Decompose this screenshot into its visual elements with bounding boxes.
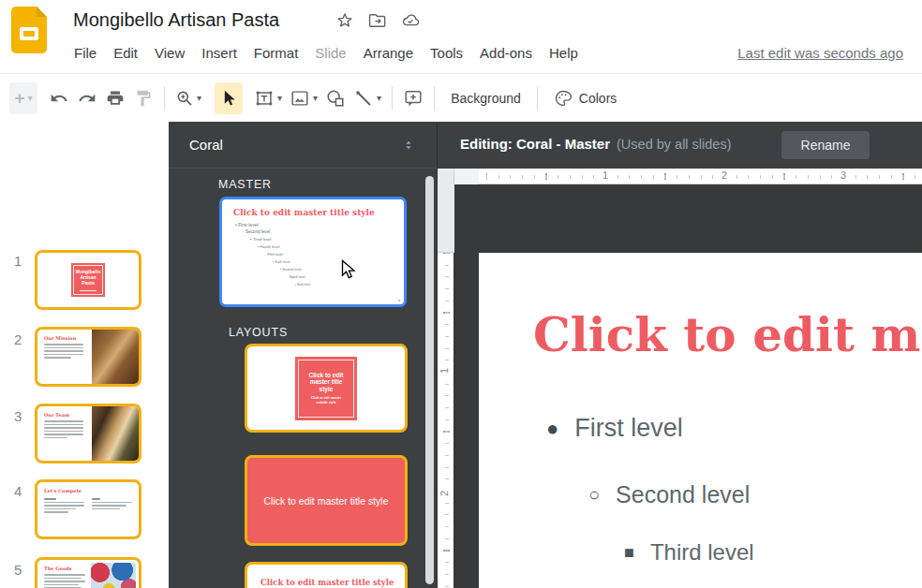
layout-thumbnail-1[interactable]: Click to edit master title style Click t…: [245, 344, 408, 433]
master-thumb-title: Click to edit master title style: [233, 208, 404, 217]
hruler-number-3: 3: [838, 169, 849, 181]
editing-label: Editing: Coral - Master(Used by all slid…: [460, 136, 732, 152]
bullet-first-level[interactable]: ● First level: [546, 414, 683, 443]
slide-number: 4: [14, 483, 33, 499]
layout-thumbnail-2[interactable]: Click to edit master title style: [245, 455, 408, 546]
layout3-title: Click to edit master title style: [260, 578, 405, 587]
text-box-button[interactable]: ▾: [250, 82, 286, 114]
slide-thumbnail-4[interactable]: Let's Compete: [35, 479, 141, 539]
image-icon: [290, 88, 310, 109]
print-icon: [106, 89, 125, 108]
slide-thumbnail-1[interactable]: Mongibello Artisan Pasta: [35, 250, 141, 310]
mouse-cursor: [341, 259, 357, 285]
layouts-section-label: LAYOUTS: [229, 326, 288, 339]
redo-button[interactable]: [73, 82, 101, 114]
master-level-6: ▪ Sixth level: [273, 258, 404, 266]
vruler-margin-strip: [438, 184, 454, 253]
theme-selector-updown-icon[interactable]: [401, 138, 416, 153]
colors-button-label: Colors: [579, 91, 617, 106]
toolbar-separator: [537, 86, 538, 110]
slide-filmstrip: 1 Mongibello Artisan Pasta 2 Our Mission…: [0, 122, 169, 588]
insert-line-button[interactable]: ▾: [349, 82, 385, 114]
slide-thumbnail-5[interactable]: The Goods: [35, 557, 141, 588]
layout-thumbnail-3[interactable]: Click to edit master title style: [245, 562, 408, 588]
menu-bar: File Edit View Insert Format Slide Arran…: [66, 41, 587, 65]
layout1-title: Click to edit master title style: [303, 372, 349, 393]
layout2-title: Click to edit master title style: [263, 495, 388, 507]
chevron-down-icon: ▾: [377, 93, 381, 103]
master-thumbnail[interactable]: Click to edit master title style • First…: [219, 197, 407, 307]
menu-edit[interactable]: Edit: [105, 41, 146, 65]
colors-button[interactable]: Colors: [544, 82, 626, 114]
slide-number: 2: [14, 331, 33, 347]
line-icon: [353, 88, 374, 109]
disc-bullet-icon: ●: [546, 417, 558, 441]
menu-tools[interactable]: Tools: [422, 41, 471, 65]
theme-header[interactable]: Coral: [169, 122, 437, 169]
menu-arrange[interactable]: Arrange: [355, 41, 422, 65]
print-button[interactable]: [101, 82, 129, 114]
undo-button[interactable]: [45, 82, 73, 114]
logo-inner-rect: [20, 27, 38, 40]
comment-plus-icon: [403, 88, 424, 109]
slide-thumbnail-3[interactable]: Our Team: [35, 404, 141, 463]
usage-note: (Used by all slides): [617, 137, 732, 152]
theme-panel-scrollbar[interactable]: [425, 176, 434, 584]
document-title[interactable]: Mongibello Artisan Pasta: [73, 9, 279, 31]
slide-canvas[interactable]: Click to edit master title style ● First…: [479, 253, 922, 588]
undo-icon: [50, 89, 68, 108]
menu-help[interactable]: Help: [541, 41, 587, 65]
text-box-icon: [254, 88, 275, 109]
toolbar: + ▾ ▾ ▾ ▾: [0, 74, 922, 122]
document-status-cloud-icon[interactable]: [400, 11, 421, 30]
vruler-number-1: 1: [439, 366, 450, 375]
thumb-photo: [92, 330, 139, 384]
star-icon[interactable]: [335, 11, 354, 30]
master-level-2: ◦ Second level: [243, 228, 404, 236]
palette-icon: [554, 89, 573, 108]
insert-shape-button[interactable]: [321, 82, 349, 114]
google-slides-logo-icon[interactable]: [11, 7, 47, 53]
background-button-label: Background: [451, 91, 521, 106]
bullet-second-level[interactable]: ○ Second level: [588, 481, 750, 508]
insert-image-button[interactable]: ▾: [286, 82, 321, 114]
select-tool-button[interactable]: [215, 82, 243, 114]
rename-button[interactable]: Rename: [781, 131, 870, 159]
vruler-number-2: 2: [439, 489, 450, 498]
layout1-subtitle: Click to edit master subtitle style: [306, 396, 346, 404]
master-level-1: • First level: [235, 221, 404, 228]
editing-label-text: Editing: Coral - Master: [460, 136, 610, 152]
background-button[interactable]: Background: [441, 82, 530, 114]
menu-insert[interactable]: Insert: [193, 41, 245, 65]
editor-header: Editing: Coral - Master(Used by all slid…: [438, 122, 922, 169]
horizontal-ruler-ticks: [454, 169, 922, 184]
theme-name: Coral: [189, 137, 401, 153]
chevron-down-icon: ▾: [277, 93, 282, 103]
toolbar-separator: [392, 86, 393, 110]
paint-format-button[interactable]: [129, 82, 157, 114]
menu-addons[interactable]: Add-ons: [471, 41, 541, 65]
menu-file[interactable]: File: [66, 41, 105, 65]
menu-slide[interactable]: Slide: [306, 41, 354, 65]
logo-fold: [37, 7, 47, 17]
last-edit-status[interactable]: Last edit was seconds ago: [737, 45, 903, 61]
move-to-folder-icon[interactable]: [367, 11, 387, 30]
plus-icon: +: [14, 89, 24, 107]
redo-icon: [78, 89, 97, 108]
app-header: Mongibello Artisan Pasta File Edit View …: [0, 0, 922, 75]
new-slide-button[interactable]: + ▾: [9, 82, 37, 114]
slide-thumbnail-2[interactable]: Our Mission: [35, 327, 141, 387]
thumb-photo: [92, 406, 139, 461]
master-title-placeholder[interactable]: Click to edit master title style: [533, 307, 922, 362]
bullet-third-level[interactable]: ■ Third level: [624, 539, 754, 566]
menu-format[interactable]: Format: [245, 41, 307, 65]
zoom-button[interactable]: ▾: [171, 82, 205, 114]
menu-view[interactable]: View: [146, 41, 193, 65]
insert-comment-button[interactable]: [399, 82, 427, 114]
chevron-down-icon: ▾: [28, 93, 33, 103]
toolbar-separator: [164, 86, 165, 110]
cursor-arrow-icon: [219, 89, 238, 108]
hruler-number-2: 2: [719, 169, 730, 181]
thumb-title: Let's Compete: [44, 488, 132, 493]
master-level-5: ◦ Fifth level: [265, 251, 404, 258]
